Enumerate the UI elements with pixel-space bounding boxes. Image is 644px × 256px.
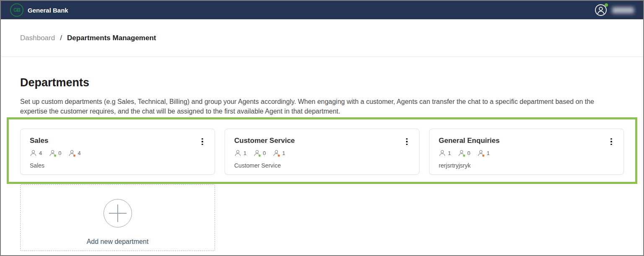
agents-total-icon [439,150,446,157]
agents-online-stat: 0 [49,150,61,157]
agents-online-icon [458,150,465,157]
top-navigation-bar: GB General Bank [1,1,643,19]
agents-offline-stat: 4 [68,150,80,157]
department-description: rerjsrtryjsryk [439,162,614,169]
agents-offline-icon [477,150,484,157]
agents-offline-count: 1 [282,150,285,156]
agents-offline-count: 1 [486,150,489,156]
agents-offline-count: 4 [78,150,80,156]
agents-online-stat: 0 [458,150,470,157]
agents-online-count: 0 [263,150,266,156]
agents-online-stat: 0 [253,150,266,157]
kebab-menu-icon[interactable] [403,137,411,146]
agents-total-count: 1 [448,150,451,156]
agent-stats: 1 0 [439,150,614,157]
agents-total-stat: 1 [234,150,246,157]
add-new-department-label: Add new department [87,238,149,246]
agents-total-count: 1 [243,150,246,156]
agents-total-count: 4 [39,150,42,156]
kebab-menu-icon[interactable] [199,137,206,146]
page-description: Set up custom departments (e.g Sales, Te… [20,97,607,116]
user-avatar-icon[interactable] [595,4,607,16]
add-new-department-button[interactable]: Add new department [20,184,215,251]
brand-title: General Bank [28,7,68,14]
agents-offline-stat: 1 [273,150,285,157]
department-card-sales[interactable]: Sales 4 0 [20,129,215,175]
kebab-menu-icon[interactable] [608,137,615,146]
agent-stats: 4 0 [30,150,205,157]
department-name: Customer Service [234,137,410,145]
department-name: Sales [30,137,205,145]
app-window: GB General Bank Dashboard / Departments … [0,0,644,256]
page-title: Departments [20,76,89,89]
agents-total-stat: 4 [30,150,42,157]
general-bank-logo-icon: GB [10,3,23,17]
agents-online-icon [253,150,261,157]
department-description: Sales [30,162,205,169]
department-card-general-enquiries[interactable]: General Enquiries 1 [429,129,624,175]
department-name: General Enquiries [439,137,614,145]
online-status-dot-icon [605,3,608,7]
department-description: Customer Service [234,162,410,169]
breadcrumb-current: Departments Management [67,34,156,42]
agents-offline-icon [273,150,280,157]
agents-offline-stat: 1 [477,150,489,157]
agents-online-icon [49,150,56,157]
breadcrumb: Dashboard / Departments Management [1,19,643,57]
agents-online-count: 0 [58,150,61,156]
agents-total-icon [30,150,37,157]
user-name-blurred [612,7,634,13]
department-card-customer-service[interactable]: Customer Service 1 [225,129,419,175]
plus-icon [103,199,132,228]
agent-stats: 1 0 [234,150,410,157]
breadcrumb-dashboard-link[interactable]: Dashboard [20,34,55,42]
breadcrumb-separator: / [60,34,62,42]
agents-total-stat: 1 [439,150,451,157]
agents-offline-icon [68,150,75,157]
agents-total-icon [234,150,241,157]
agents-online-count: 0 [467,150,470,156]
